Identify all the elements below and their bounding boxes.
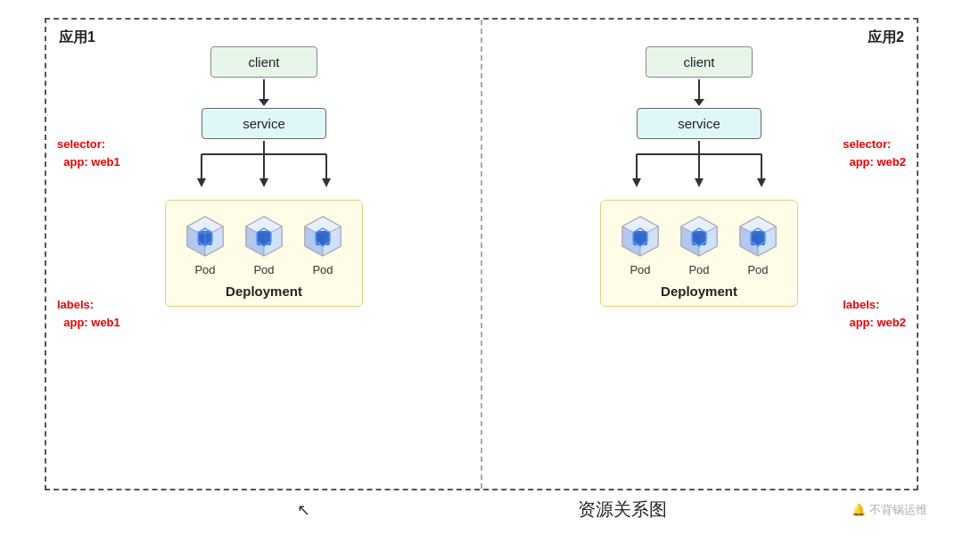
caption-row: ↖ 资源关系图 🔔 不背锅运维 bbox=[0, 498, 963, 522]
selector-label-left: selector: app: web1 bbox=[57, 136, 120, 170]
pod-label-r3: Pod bbox=[747, 263, 768, 276]
pod-label-l3: Pod bbox=[312, 263, 333, 276]
branch-right bbox=[605, 141, 793, 194]
right-half: selector: app: web2 labels: app: web2 cl… bbox=[482, 20, 917, 489]
deployment-label-right: Deployment bbox=[661, 284, 737, 299]
labels-label-left: labels: app: web1 bbox=[57, 296, 120, 331]
deployment-area-right: Pod Pod bbox=[600, 200, 798, 307]
watermark: 🔔 不背锅运维 bbox=[852, 502, 927, 518]
svg-marker-5 bbox=[259, 178, 268, 187]
watermark-text: 不背锅运维 bbox=[869, 502, 927, 518]
caption-text: 资源关系图 bbox=[578, 498, 667, 522]
pod-item-right-3: Pod bbox=[735, 213, 781, 276]
left-half: selector: app: web1 labels: app: web1 cl… bbox=[46, 20, 482, 489]
client-box-right: client bbox=[646, 46, 753, 78]
svg-marker-31 bbox=[632, 178, 641, 187]
labels-label-right: labels: app: web2 bbox=[843, 296, 906, 331]
arrow-client-to-service-left bbox=[259, 79, 269, 106]
svg-marker-3 bbox=[197, 178, 206, 187]
selector-label-right: selector: app: web2 bbox=[843, 136, 906, 170]
pod-item-right-1: Pod bbox=[617, 213, 663, 276]
main-container: 应用1 应用2 selector: app: web1 labels: app:… bbox=[0, 0, 963, 560]
deployment-area-left: Pod Pod bbox=[165, 200, 363, 307]
branch-left bbox=[170, 141, 358, 194]
pod-item-left-1: Pod bbox=[182, 213, 228, 276]
service-box-left: service bbox=[202, 108, 326, 139]
pod-label-l2: Pod bbox=[253, 263, 274, 276]
pod-label-l1: Pod bbox=[194, 263, 215, 276]
pod-item-left-2: Pod bbox=[241, 213, 287, 276]
client-box-left: client bbox=[210, 46, 317, 78]
pods-row-right: Pod Pod bbox=[617, 213, 781, 276]
svg-marker-7 bbox=[322, 178, 331, 187]
svg-marker-35 bbox=[757, 178, 766, 187]
pod-item-left-3: Pod bbox=[300, 213, 346, 276]
watermark-icon: 🔔 bbox=[852, 503, 866, 516]
pod-label-r2: Pod bbox=[688, 263, 709, 276]
svg-marker-33 bbox=[695, 178, 704, 187]
deployment-label-left: Deployment bbox=[226, 284, 302, 299]
service-box-right: service bbox=[637, 108, 761, 139]
pod-label-r1: Pod bbox=[630, 263, 650, 276]
pod-item-right-2: Pod bbox=[676, 213, 722, 276]
arrow-client-to-service-right bbox=[694, 79, 704, 106]
pods-row-left: Pod Pod bbox=[182, 213, 346, 276]
cursor-icon: ↖ bbox=[297, 500, 310, 520]
outer-box: 应用1 应用2 selector: app: web1 labels: app:… bbox=[45, 18, 918, 490]
